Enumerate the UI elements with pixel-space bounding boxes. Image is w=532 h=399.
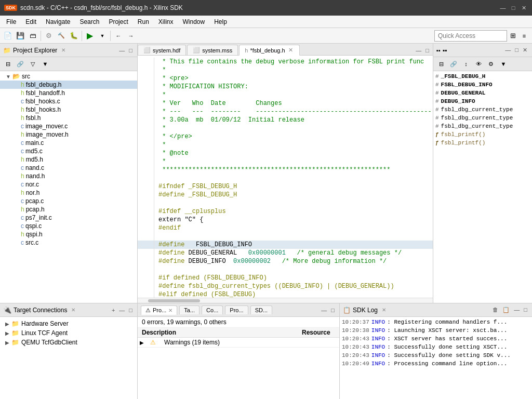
new-button[interactable]: 📄 [2,30,14,42]
editor-content[interactable]: * This file contains the debug verbose i… [138,56,433,298]
tab-console[interactable]: Co... [202,305,223,314]
debug-button[interactable]: 🐛 [68,30,79,42]
save-all-button[interactable]: 🗃 [27,30,38,42]
tree-item-nor-c[interactable]: ▶ c nor.c [0,180,137,189]
tree-item-pcap-c[interactable]: ▶ c pcap.c [0,197,137,205]
outline-debug-general[interactable]: # DEBUG_GENERAL [433,89,532,97]
build-button[interactable]: ⚙ [43,30,55,42]
editor-minimize-button[interactable]: — [414,47,423,54]
outline-close-button[interactable]: ✕ [521,46,529,54]
link-editor-button[interactable]: 🔗 [15,58,26,70]
forward-button[interactable]: → [125,30,137,42]
tree-item-nand-c[interactable]: ▶ c nand.c [0,164,137,172]
problem-row-warnings[interactable]: ▶ ⚠ Warnings (19 items) [138,338,339,348]
outline-fsbl-dbg-type-2[interactable]: # fsbl_dbg_current_type [433,114,532,122]
tree-item-image-mover-h[interactable]: ▶ h image_mover.h [0,130,137,139]
sdk-log-maximize-button[interactable]: □ [522,306,529,314]
close-button[interactable]: ✕ [520,4,528,12]
filter-button[interactable]: ▽ [27,58,38,70]
problems-minimize-button[interactable]: — [320,307,328,314]
save-button[interactable]: 💾 [15,30,26,42]
run-button[interactable]: ▶ [84,30,96,42]
tc-add-button[interactable]: + [110,307,116,314]
menu-help[interactable]: Help [210,17,231,26]
outline-link-btn[interactable]: 🔗 [448,58,459,70]
tab-tasks[interactable]: Ta... [179,305,200,314]
menu-project[interactable]: Project [104,17,132,26]
outline-fsbl-printf-1[interactable]: ƒ fsbl_printf() [433,130,532,139]
target-qemu[interactable]: ▶ 📁 QEMU TcfGdbClient [3,338,134,347]
tree-item-md5-c[interactable]: ▶ c md5.c [0,147,137,155]
close-icon[interactable]: ✕ [61,47,65,53]
menu-navigate[interactable]: Navigate [42,17,74,26]
problems-maximize-button[interactable]: □ [329,307,336,314]
collapse-all-button[interactable]: ⊟ [2,58,14,70]
tree-item-src[interactable]: ▼ 📂 src [0,72,137,81]
editor-horizontal-scrollbar[interactable] [138,298,433,303]
target-connections-close-icon[interactable]: ✕ [71,307,75,313]
outline-fsbl-debug-info[interactable]: # FSBL_DEBUG_INFO [433,81,532,89]
tab-problems[interactable]: ⚠ Pro... ✕ [141,305,177,315]
minimize-button[interactable]: — [499,4,507,12]
quick-access-input[interactable] [434,30,507,42]
outline-fsbl-dbg-type-1[interactable]: # fsbl_dbg_current_type [433,105,532,114]
outline-more-btn[interactable]: ▼ [498,58,509,70]
tree-item-ps7-init-c[interactable]: ▶ c ps7_init.c [0,214,137,222]
sdk-log-close-icon[interactable]: ✕ [382,307,386,313]
tree-item-src-c[interactable]: ▶ c src.c [0,238,137,247]
menu-xilinx[interactable]: Xilinx [154,17,178,26]
run-dropdown[interactable]: ▼ [97,30,108,42]
sdk-log-clear-button[interactable]: 🗑 [491,306,500,314]
maximize-button[interactable]: □ [509,4,517,12]
outline-debug-info[interactable]: # DEBUG_INFO [433,97,532,105]
outline-fsbl-printf-2[interactable]: ƒ fsbl_printf() [433,139,532,147]
outline-fsbl-debug-h[interactable]: # _FSBL_DEBUG_H [433,72,532,81]
tab-fsbl-debug-h[interactable]: h *fsbl_debug.h ✕ [239,45,299,56]
outline-maximize-button[interactable]: □ [513,46,520,54]
perspective-list-button[interactable]: ≡ [518,30,530,42]
menu-run[interactable]: Run [134,17,153,26]
tree-item-nand-h[interactable]: ▶ h nand.h [0,172,137,180]
perspective-button[interactable]: ⊞ [507,30,518,42]
tab-sdklog2[interactable]: SD... [250,305,272,314]
menu-edit[interactable]: Edit [21,17,41,26]
outline-minimize-button[interactable]: — [503,46,512,54]
target-hardware-server[interactable]: ▶ 📁 Hardware Server [3,319,134,328]
menu-window[interactable]: Window [179,17,209,26]
back-button[interactable]: ← [113,30,124,42]
menu-search[interactable]: Search [75,17,103,26]
outline-collapse-btn[interactable]: ⊟ [435,58,447,70]
minimize-panel-button[interactable]: — [117,47,126,54]
tree-item-fsbl-debug-h[interactable]: ▶ h fsbl_debug.h [0,81,137,89]
tree-item-md5-h[interactable]: ▶ h md5.h [0,155,137,164]
tree-item-image-mover-c[interactable]: ▶ c image_mover.c [0,122,137,130]
tc-maximize-button[interactable]: □ [127,307,134,314]
clean-button[interactable]: 🔨 [56,30,67,42]
sdk-log-minimize-button[interactable]: — [512,306,521,314]
tab-problems-close[interactable]: ✕ [168,308,172,313]
tree-item-fsbl-hooks-h[interactable]: ▶ h fsbl_hooks.h [0,105,137,114]
tc-minimize-button[interactable]: — [117,307,126,314]
menu-file[interactable]: File [2,17,20,26]
tree-item-qspi-h[interactable]: ▶ h qspi.h [0,230,137,238]
maximize-panel-button[interactable]: □ [127,47,134,54]
tree-item-main-c[interactable]: ▶ c main.c [0,139,137,147]
tree-item-pcap-h[interactable]: ▶ h pcap.h [0,205,137,214]
tab-properties[interactable]: Pro... [225,305,248,314]
outline-fsbl-dbg-type-3[interactable]: # fsbl_dbg_current_type [433,122,532,130]
tab-fsbl-debug-h-close[interactable]: ✕ [287,47,294,54]
tree-item-fsbl-hooks-c[interactable]: ▶ c fsbl_hooks.c [0,97,137,105]
editor-maximize-button[interactable]: □ [424,47,431,54]
tree-item-fsbl-h[interactable]: ▶ h fsbl.h [0,114,137,122]
outline-hide-btn[interactable]: 👁 [473,58,484,70]
sdk-log-copy-button[interactable]: 📋 [501,306,511,314]
tree-item-nor-h[interactable]: ▶ h nor.h [0,189,137,197]
outline-settings-btn[interactable]: ⚙ [485,58,497,70]
view-menu-button[interactable]: ▼ [39,58,51,70]
tab-system-hdf[interactable]: ⬜ system.hdf [138,45,186,55]
outline-sort-btn[interactable]: ↕ [460,58,472,70]
tree-item-fsbl-handoff-h[interactable]: ▶ h fsbl_handoff.h [0,89,137,97]
tab-system-mss[interactable]: ⬜ system.mss [187,45,238,55]
tree-item-qspi-c[interactable]: ▶ c qspi.c [0,222,137,230]
target-linux-tcf[interactable]: ▶ 📁 Linux TCF Agent [3,328,134,338]
